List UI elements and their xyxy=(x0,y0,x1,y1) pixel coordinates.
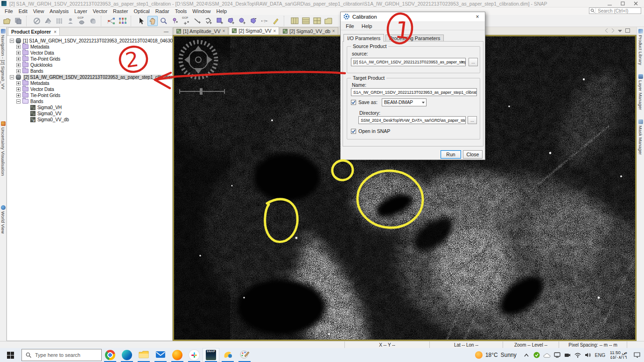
pan-tool-icon[interactable] xyxy=(147,16,158,26)
batch-processing-icon[interactable] xyxy=(118,16,128,26)
close-dialog-button[interactable]: Close xyxy=(463,150,483,159)
menu-help[interactable]: Help xyxy=(213,8,230,14)
source-browse-button[interactable]: ... xyxy=(469,58,478,66)
expand-icon[interactable] xyxy=(16,51,21,55)
tile-single-icon[interactable] xyxy=(323,16,333,26)
menu-analysis[interactable]: Analysis xyxy=(47,8,71,14)
tray-language[interactable]: ENG xyxy=(593,348,607,362)
menu-edit[interactable]: Edit xyxy=(16,8,30,14)
expand-icon[interactable] xyxy=(16,69,21,73)
close-button[interactable] xyxy=(634,1,638,6)
tray-display-icon[interactable] xyxy=(552,348,562,362)
menu-window[interactable]: Window xyxy=(189,8,213,14)
collapse-icon[interactable] xyxy=(10,39,14,43)
ellipse-tool-icon[interactable] xyxy=(237,16,247,26)
line-tool-icon[interactable] xyxy=(192,16,203,26)
tree-band-sigma0-vh[interactable]: Sigma0_VH xyxy=(10,104,172,111)
expand-icon[interactable] xyxy=(16,81,21,85)
dock-layer-manager[interactable]: Layer Manager xyxy=(638,72,643,112)
tree-node-quicklooks[interactable]: Quicklooks xyxy=(10,62,172,68)
tree-node-tie-point-grids[interactable]: Tie-Point Grids xyxy=(10,56,172,62)
tree-node-vector-data[interactable]: Vector Data xyxy=(10,50,172,56)
zoom-tool-icon[interactable] xyxy=(159,16,169,26)
dock-world-view[interactable]: World View xyxy=(0,203,6,236)
format-combobox[interactable]: BEAM-DIMAP xyxy=(382,98,427,106)
tree-node-metadata-2[interactable]: Metadata xyxy=(10,80,172,86)
draw-tool-icon[interactable] xyxy=(271,16,281,26)
dialog-titlebar[interactable]: Calibration × xyxy=(341,12,485,22)
close-tab-icon[interactable]: × xyxy=(332,28,335,34)
dock-product-library[interactable]: Product Library xyxy=(638,27,643,67)
tree-node-bands-1[interactable]: Bands xyxy=(10,68,172,74)
tab-sigma0-vv-db[interactable]: [2] Sigma0_VV_db × xyxy=(280,27,338,35)
tray-chevron-up-icon[interactable] xyxy=(521,348,532,362)
menu-optical[interactable]: Optical xyxy=(131,8,152,14)
menu-view[interactable]: View xyxy=(30,8,47,14)
menu-tools[interactable]: Tools xyxy=(172,8,190,14)
tree-band-sigma0-vv-db[interactable]: V Sigma0_VV_db xyxy=(10,117,172,123)
sync-cursor-icon[interactable] xyxy=(43,16,53,26)
dock-navigation[interactable]: Navigation - [2] Sigma0_VV xyxy=(0,27,6,91)
dock-uncertainty-visualisation[interactable]: Uncertainty Visualisation xyxy=(0,119,6,178)
tray-wifi-icon[interactable] xyxy=(573,348,583,362)
directory-input[interactable]: SSM_2024_DeskTop\RAW_DATA_sar\GRD\as_pap… xyxy=(358,116,466,124)
mask-manager-icon[interactable] xyxy=(88,16,98,26)
scroll-tabs-left-icon[interactable] xyxy=(605,28,608,34)
menu-layer[interactable]: Layer xyxy=(71,8,90,14)
taskbar-app-paint3d[interactable] xyxy=(219,348,236,362)
start-button[interactable] xyxy=(0,348,21,362)
tile-vertically-icon[interactable] xyxy=(312,16,322,26)
scroll-tabs-right-icon[interactable] xyxy=(611,28,615,34)
product-explorer-tab[interactable]: Product Explorer × xyxy=(8,28,60,35)
open-in-snap-checkbox[interactable] xyxy=(351,129,356,134)
tree-node-vector-data-2[interactable]: Vector Data xyxy=(10,86,172,92)
expand-icon[interactable] xyxy=(16,93,21,97)
action-center-icon[interactable] xyxy=(630,348,644,362)
polygon-tool-icon[interactable] xyxy=(226,16,236,26)
taskbar-app-chrome[interactable] xyxy=(102,348,119,362)
selection-tool-icon[interactable] xyxy=(136,16,147,26)
maximize-button[interactable] xyxy=(621,1,625,6)
taskbar-app-slack[interactable] xyxy=(186,348,203,362)
expand-icon[interactable] xyxy=(16,87,21,91)
source-product-combobox[interactable]: [2] S1A_IW_GRDH_1SDV_20221213T023953_as_… xyxy=(351,58,466,66)
minimize-button[interactable] xyxy=(608,1,612,6)
weather-widget[interactable]: 18°C Sunny xyxy=(470,351,521,359)
close-panel-icon[interactable]: × xyxy=(54,29,56,35)
dialog-tab-io-parameters[interactable]: I/O Parameters xyxy=(343,34,384,42)
tree-node-tie-point-grids-2[interactable]: Tie-Point Grids xyxy=(10,92,172,98)
open-product-icon[interactable] xyxy=(2,16,12,26)
minimize-panel-icon[interactable]: — xyxy=(164,29,168,34)
dialog-menu-file[interactable]: File xyxy=(343,23,357,29)
expand-icon[interactable] xyxy=(16,57,21,61)
pin-manager-icon[interactable]: GCP xyxy=(77,16,87,26)
tray-clock[interactable]: 11:50 ص ٤٥/٠٨/١٦ xyxy=(607,350,630,360)
taskbar-app-mail[interactable] xyxy=(152,348,169,362)
expand-icon[interactable] xyxy=(16,45,21,49)
rectangle-tool-icon[interactable] xyxy=(215,16,225,26)
menu-raster[interactable]: Raster xyxy=(110,8,131,14)
tree-node-metadata[interactable]: Metadata xyxy=(10,44,172,50)
tile-evenly-icon[interactable] xyxy=(289,16,300,26)
save-product-icon[interactable] xyxy=(13,16,23,26)
taskbar-search-input[interactable]: Type here to search xyxy=(21,349,102,361)
save-as-checkbox[interactable] xyxy=(351,100,356,105)
tab-amplitude-vv[interactable]: [1] Amplitude_VV × xyxy=(173,27,228,35)
tray-camera-icon[interactable] xyxy=(562,348,573,362)
polyline-tool-icon[interactable] xyxy=(203,16,214,26)
target-name-input[interactable]: S1A_IW_GRDH_1SDV_20221213T023953_as_pape… xyxy=(351,88,477,96)
collapse-icon[interactable] xyxy=(16,99,21,104)
tray-volume-icon[interactable] xyxy=(583,348,593,362)
run-button[interactable]: Run xyxy=(441,150,461,159)
dialog-close-icon[interactable]: × xyxy=(473,14,482,20)
close-tab-icon[interactable]: × xyxy=(223,28,225,34)
gcp-manager-icon[interactable] xyxy=(65,16,76,26)
tab-list-icon[interactable] xyxy=(618,28,622,34)
tab-sigma0-vv[interactable]: [2] Sigma0_VV × xyxy=(229,27,279,35)
directory-browse-button[interactable]: ... xyxy=(468,116,477,124)
tray-onedrive-icon[interactable] xyxy=(542,348,552,362)
menu-vector[interactable]: Vector xyxy=(90,8,110,14)
pin-tool-icon[interactable] xyxy=(170,16,180,26)
zoom-slider-handle[interactable] xyxy=(200,88,203,95)
tree-product-2[interactable]: [2] S1A_IW_GRDH_1SDV_20221213T023953_as_… xyxy=(10,74,172,80)
